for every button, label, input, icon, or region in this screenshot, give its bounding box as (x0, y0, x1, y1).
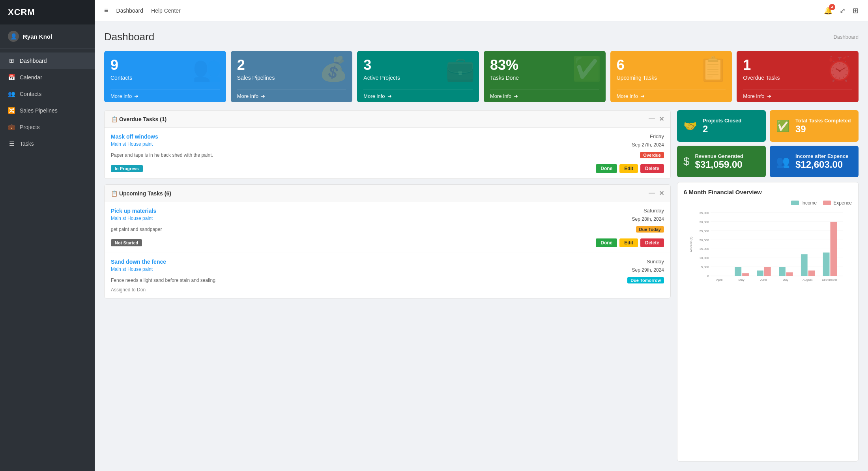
upcoming-task-assigned-1: Assigned to Don (111, 287, 664, 293)
legend-income-label: Income (801, 200, 817, 206)
svg-text:July: July (783, 278, 788, 281)
right-panel: 🤝 Projects Closed 2 ✅ Total Tasks Comple… (677, 110, 859, 462)
overdue-tasks-header: 📋 Overdue Tasks (1) — ✕ (105, 111, 670, 128)
upcoming-task-status-0: Not Started (111, 239, 142, 246)
fullscreen-button[interactable]: ⤢ (840, 6, 846, 15)
svg-text:Amount ($): Amount ($) (689, 236, 693, 252)
info-label-total-tasks-completed: Total Tasks Completed (795, 118, 851, 124)
svg-rect-20 (735, 267, 741, 276)
upcoming-task-done-0[interactable]: Done (596, 238, 617, 247)
nav-icon-dashboard: ⊞ (8, 57, 15, 64)
stat-arrow-icon-tasks-done: ➜ (514, 93, 518, 99)
topbar-right: 🔔 4 ⤢ ⊞ (824, 6, 859, 15)
task-done-button-0[interactable]: Done (596, 164, 617, 173)
user-profile[interactable]: 👤 Ryan Knol (0, 24, 95, 49)
task-description-0: Paper and tape is in he back shed with t… (111, 152, 213, 158)
info-card-income-after-expence: 👥 Income after Expence $12,603.00 (770, 146, 859, 177)
upcoming-task-day-1: Sunday (647, 259, 664, 265)
info-card-projects-closed: 🤝 Projects Closed 2 (677, 110, 766, 142)
info-label-revenue-generated: Revenue Generated (695, 153, 743, 159)
topbar-link-help[interactable]: Help Center (151, 8, 181, 14)
sidebar-item-contacts[interactable]: 👥Contacts (0, 86, 95, 102)
page-title: Dashboard (104, 31, 154, 43)
app-logo: XCRM (0, 0, 95, 24)
breadcrumb: Dashboard (833, 34, 859, 40)
upcoming-task-delete-0[interactable]: Delete (640, 238, 664, 247)
upcoming-task-project-0[interactable]: Main st House paint (111, 216, 153, 221)
legend-income-color (791, 201, 799, 205)
task-delete-button-0[interactable]: Delete (640, 164, 664, 173)
close-icon[interactable]: ✕ (659, 115, 664, 123)
close-upcoming-icon[interactable]: ✕ (659, 190, 664, 197)
info-value-income-after-expence: $12,603.00 (795, 159, 848, 170)
svg-text:25,000: 25,000 (700, 229, 709, 233)
minimize-upcoming-icon[interactable]: — (649, 190, 655, 197)
upcoming-task-desc-0: get paint and sandpaper (111, 227, 162, 232)
svg-rect-29 (801, 254, 808, 276)
minimize-icon[interactable]: — (649, 115, 655, 123)
task-edit-button-0[interactable]: Edit (619, 164, 638, 173)
upcoming-task-project-1[interactable]: Main st House paint (111, 266, 153, 272)
upcoming-task-actions-0: Done Edit Delete (596, 238, 664, 247)
upcoming-tasks-title: 📋 Upcoming Tasks (6) (111, 190, 171, 197)
notification-bell[interactable]: 🔔 4 (824, 6, 832, 15)
sidebar-item-sales-pipelines[interactable]: 🔀Sales Pipelines (0, 102, 95, 119)
stat-more-info-label-active-projects: More info (363, 93, 385, 99)
task-day-0: Friday (650, 133, 664, 139)
svg-text:10,000: 10,000 (700, 256, 709, 260)
stat-more-info-contacts[interactable]: More info ➜ (110, 90, 220, 102)
svg-rect-21 (742, 273, 749, 276)
stat-more-info-upcoming-tasks[interactable]: More info ➜ (617, 90, 726, 102)
sidebar-item-dashboard[interactable]: ⊞Dashboard (0, 53, 95, 69)
hamburger-button[interactable]: ≡ (104, 6, 108, 15)
svg-text:30,000: 30,000 (700, 220, 709, 224)
stat-more-info-tasks-done[interactable]: More info ➜ (490, 90, 599, 102)
svg-rect-24 (764, 267, 771, 276)
sidebar-item-projects[interactable]: 💼Projects (0, 119, 95, 135)
apps-button[interactable]: ⊞ (853, 6, 859, 15)
topbar-link-dashboard[interactable]: Dashboard (116, 8, 144, 14)
upcoming-task-badge-1: Due Tomorrow (627, 277, 664, 283)
upcoming-task-edit-0[interactable]: Edit (619, 238, 638, 247)
topbar: ≡ Dashboard Help Center 🔔 4 ⤢ ⊞ (95, 0, 868, 21)
svg-rect-27 (786, 272, 793, 276)
nav-label-contacts: Contacts (20, 91, 41, 97)
task-name-0[interactable]: Mask off windows (111, 133, 158, 140)
task-actions-0: Done Edit Delete (596, 164, 664, 173)
sidebar-nav: ⊞Dashboard📅Calendar👥Contacts🔀Sales Pipel… (0, 49, 95, 471)
svg-rect-30 (808, 270, 815, 276)
upcoming-task-name-0[interactable]: Pick up materials (111, 208, 156, 214)
sidebar: XCRM 👤 Ryan Knol ⊞Dashboard📅Calendar👥Con… (0, 0, 95, 471)
stat-more-info-label-upcoming-tasks: More info (617, 93, 638, 99)
info-value-projects-closed: 2 (703, 124, 741, 135)
stat-card-sales-pipelines: 💰 2 Sales Pipelines More info ➜ (231, 51, 353, 102)
svg-rect-26 (779, 267, 786, 276)
user-name: Ryan Knol (23, 33, 52, 40)
upcoming-task-day-0: Saturday (644, 208, 664, 214)
stat-card-tasks-done: ✅ 83% Tasks Done More info ➜ (484, 51, 606, 102)
svg-rect-32 (823, 253, 830, 276)
stat-more-info-sales-pipelines[interactable]: More info ➜ (237, 90, 346, 102)
stat-arrow-icon-overdue-tasks: ➜ (767, 93, 771, 99)
info-text-projects-closed: Projects Closed 2 (703, 118, 741, 135)
stat-more-info-overdue-tasks[interactable]: More info ➜ (743, 90, 852, 102)
lower-section: 📋 Overdue Tasks (1) — ✕ Mask off windows… (104, 110, 859, 462)
nav-icon-calendar: 📅 (8, 74, 15, 81)
stat-more-info-label-sales-pipelines: More info (237, 93, 258, 99)
task-project-0[interactable]: Main st House paint (111, 141, 153, 147)
upcoming-task-date-0: Sep 28th, 2024 (632, 216, 664, 222)
svg-text:35,000: 35,000 (700, 211, 709, 215)
legend-expence: Expence (823, 200, 852, 206)
upcoming-task-name-1[interactable]: Sand down the fence (111, 259, 166, 265)
sidebar-item-tasks[interactable]: ☰Tasks (0, 135, 95, 152)
sidebar-item-calendar[interactable]: 📅Calendar (0, 69, 95, 86)
stat-label-tasks-done: Tasks Done (490, 75, 599, 81)
info-label-projects-closed: Projects Closed (703, 118, 741, 124)
stat-label-contacts: Contacts (110, 75, 220, 81)
upcoming-task-desc-1: Fence needs a light sand before stain an… (111, 278, 217, 283)
stat-label-sales-pipelines: Sales Pipelines (237, 75, 346, 81)
stat-label-upcoming-tasks: Upcoming Tasks (617, 75, 726, 81)
content-area: Dashboard Dashboard 👥 9 Contacts More in… (95, 21, 868, 471)
stat-more-info-active-projects[interactable]: More info ➜ (363, 90, 473, 102)
info-icon-projects-closed: 🤝 (683, 120, 697, 133)
